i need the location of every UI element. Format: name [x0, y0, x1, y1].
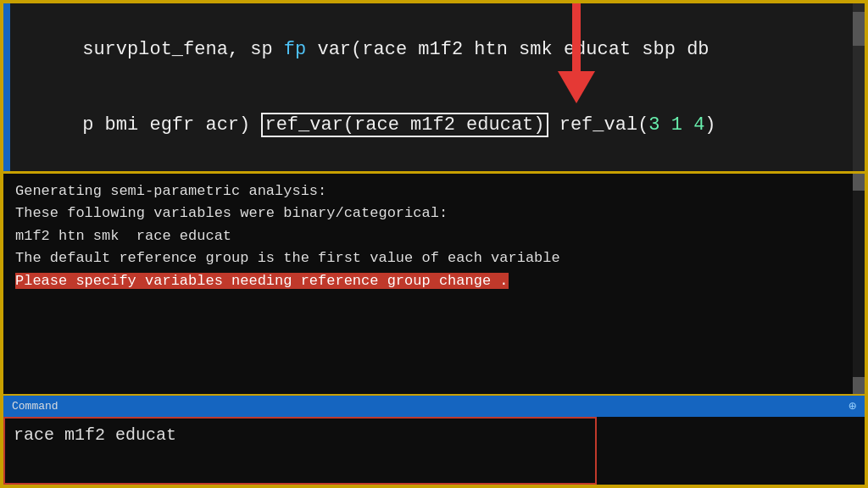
- code-text-1b: var(race m1f2 htn smk educat sbp db: [306, 39, 709, 60]
- code-panel: survplot_fena, sp fp var(race m1f2 htn s…: [3, 3, 865, 174]
- code-text-2a: p bmi egfr acr): [82, 114, 261, 136]
- command-header: Command ⊕: [3, 396, 865, 417]
- code-text-refval: 3 1 4: [648, 114, 704, 136]
- code-text-1a: survplot_fena, sp: [82, 39, 284, 60]
- output-highlight-text: Please specify variables needing referen…: [15, 273, 509, 289]
- command-input[interactable]: [3, 417, 597, 485]
- output-panel: Generating semi-parametric analysis: The…: [3, 174, 865, 394]
- code-scrollbar[interactable]: [853, 3, 865, 171]
- command-header-icon: ⊕: [849, 398, 856, 414]
- command-right-panel: [597, 417, 865, 485]
- code-line-1: survplot_fena, sp fp var(race m1f2 htn s…: [15, 12, 853, 87]
- command-section: Command ⊕: [3, 394, 865, 485]
- ref-var-box: ref_var(race m1f2 educat): [261, 113, 548, 137]
- code-text-2c: ): [704, 114, 715, 136]
- output-scrollbar-thumb-bottom[interactable]: [853, 377, 865, 394]
- output-line-1: Generating semi-parametric analysis:: [15, 180, 848, 202]
- code-scrollbar-thumb[interactable]: [853, 12, 865, 46]
- command-header-label: Command: [12, 400, 58, 413]
- main-container: survplot_fena, sp fp var(race m1f2 htn s…: [0, 0, 868, 488]
- output-line-2: These following variables were binary/ca…: [15, 202, 848, 225]
- code-text-fp: fp: [284, 39, 306, 60]
- output-line-5: Please specify variables needing referen…: [15, 270, 848, 292]
- blue-accent-line: [3, 3, 10, 171]
- output-scrollbar[interactable]: [853, 174, 865, 394]
- output-line-4: The default reference group is the first…: [15, 247, 848, 269]
- output-line-3: m1f2 htn smk race educat: [15, 225, 848, 247]
- command-wrapper: [3, 417, 865, 485]
- output-scrollbar-thumb-top[interactable]: [853, 174, 865, 191]
- code-line-2: p bmi egfr acr) ref_var(race m1f2 educat…: [15, 87, 853, 163]
- code-text-2b: ref_val(: [548, 114, 649, 136]
